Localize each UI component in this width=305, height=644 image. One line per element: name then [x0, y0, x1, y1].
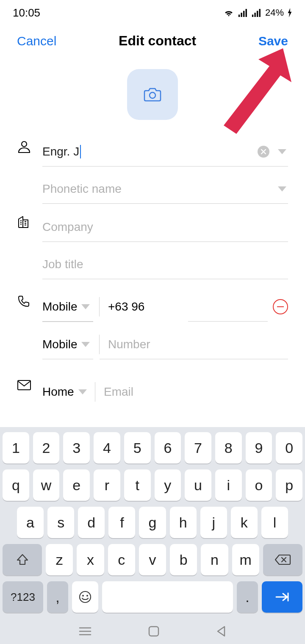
key-6[interactable]: 6	[155, 432, 181, 464]
key-r[interactable]: r	[94, 469, 120, 501]
key-period[interactable]: .	[237, 581, 258, 613]
key-n[interactable]: n	[201, 544, 228, 575]
phone1-input[interactable]	[108, 300, 150, 314]
email-type-selector[interactable]: Home	[42, 377, 89, 407]
key-g[interactable]: g	[139, 507, 166, 538]
email-icon	[17, 380, 31, 391]
key-0[interactable]: 0	[276, 432, 302, 464]
building-icon	[17, 215, 30, 228]
key-backspace[interactable]	[263, 544, 302, 575]
key-b[interactable]: b	[170, 544, 197, 575]
key-e[interactable]: e	[63, 469, 90, 501]
key-v[interactable]: v	[139, 544, 166, 575]
phone2-type-selector[interactable]: Mobile	[42, 330, 93, 359]
phone1-type-selector[interactable]: Mobile	[42, 292, 93, 322]
nav-back-icon[interactable]	[216, 625, 226, 637]
kb-row-3: a s d f g h j k l	[3, 507, 302, 538]
phonetic-input[interactable]	[42, 182, 278, 196]
key-z[interactable]: z	[46, 544, 73, 575]
key-9[interactable]: 9	[246, 432, 272, 464]
key-y[interactable]: y	[155, 469, 181, 501]
kb-row-5: ?123 , .	[3, 581, 302, 613]
name-field-row[interactable]: Engr. J	[42, 137, 288, 167]
clear-name-button[interactable]	[258, 146, 269, 158]
key-o[interactable]: o	[246, 469, 272, 501]
key-enter[interactable]	[262, 581, 302, 613]
close-icon	[261, 149, 266, 155]
emoji-icon	[78, 590, 92, 604]
company-input[interactable]	[42, 220, 288, 234]
save-button[interactable]: Save	[258, 34, 288, 48]
contact-form: Engr. J	[0, 137, 305, 414]
svg-rect-11	[18, 380, 30, 390]
svg-point-14	[86, 595, 88, 597]
key-8[interactable]: 8	[215, 432, 242, 464]
key-t[interactable]: t	[124, 469, 151, 501]
key-symbols[interactable]: ?123	[3, 581, 43, 613]
key-a[interactable]: a	[17, 507, 44, 538]
expand-phonetic-button[interactable]	[278, 186, 286, 192]
key-w[interactable]: w	[33, 469, 60, 501]
key-m[interactable]: m	[232, 544, 259, 575]
svg-point-10	[22, 142, 27, 147]
svg-rect-5	[254, 13, 255, 17]
phone1-row: Mobile	[42, 292, 288, 322]
key-c[interactable]: c	[108, 544, 135, 575]
key-comma[interactable]: ,	[47, 581, 68, 613]
svg-point-9	[150, 92, 155, 98]
chevron-down-icon	[81, 304, 90, 309]
header: Cancel Edit contact Save	[0, 25, 305, 56]
svg-rect-1	[241, 13, 242, 17]
key-7[interactable]: 7	[185, 432, 211, 464]
email-input[interactable]	[104, 385, 288, 399]
key-s[interactable]: s	[47, 507, 74, 538]
company-field-row[interactable]	[42, 212, 288, 242]
key-d[interactable]: d	[78, 507, 105, 538]
jobtitle-field-row[interactable]	[42, 250, 288, 279]
chevron-down-icon	[78, 389, 87, 394]
key-u[interactable]: u	[185, 469, 211, 501]
cancel-button[interactable]: Cancel	[17, 34, 56, 48]
key-k[interactable]: k	[231, 507, 258, 538]
key-x[interactable]: x	[77, 544, 104, 575]
name-input[interactable]: Engr. J	[42, 145, 79, 158]
jobtitle-input[interactable]	[42, 258, 288, 271]
status-time: 10:05	[13, 6, 40, 19]
key-emoji[interactable]	[72, 581, 98, 613]
phone2-input[interactable]	[108, 338, 288, 351]
nav-recents-icon[interactable]	[79, 626, 92, 636]
key-h[interactable]: h	[170, 507, 197, 538]
kb-row-1: 1 2 3 4 5 6 7 8 9 0	[3, 432, 302, 464]
phone-group: Mobile Mobile	[17, 292, 288, 367]
wifi-icon	[223, 8, 235, 17]
phonetic-field-row[interactable]	[42, 174, 288, 204]
key-p[interactable]: p	[276, 469, 302, 501]
key-space[interactable]	[102, 581, 233, 613]
signal-icon-1	[238, 8, 248, 17]
key-i[interactable]: i	[215, 469, 242, 501]
nav-home-icon[interactable]	[148, 625, 160, 637]
kb-row-4: z x c v b n m	[3, 544, 302, 575]
key-4[interactable]: 4	[94, 432, 120, 464]
key-3[interactable]: 3	[63, 432, 90, 464]
key-2[interactable]: 2	[33, 432, 60, 464]
expand-name-button[interactable]	[278, 149, 286, 154]
key-f[interactable]: f	[108, 507, 135, 538]
email-group: Home	[17, 377, 288, 414]
battery-text: 24%	[265, 7, 284, 18]
key-q[interactable]: q	[3, 469, 29, 501]
key-j[interactable]: j	[200, 507, 227, 538]
remove-phone1-button[interactable]	[273, 299, 288, 314]
key-5[interactable]: 5	[124, 432, 151, 464]
key-1[interactable]: 1	[3, 432, 29, 464]
system-navbar	[0, 619, 305, 644]
phone2-type-label: Mobile	[42, 338, 77, 351]
add-photo-button[interactable]	[127, 69, 178, 120]
key-l[interactable]: l	[261, 507, 288, 538]
key-shift[interactable]	[3, 544, 42, 575]
status-bar: 10:05 24%	[0, 0, 305, 25]
chevron-down-icon	[81, 342, 90, 347]
svg-rect-6	[257, 11, 258, 17]
phone2-row: Mobile	[42, 330, 288, 359]
photo-section	[0, 56, 305, 137]
